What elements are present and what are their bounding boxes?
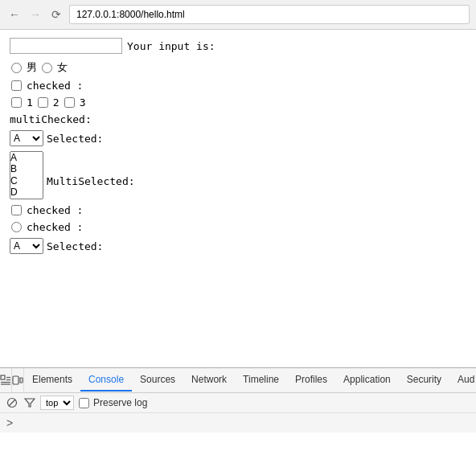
checked-label-1: checked :: [27, 80, 83, 92]
back-button[interactable]: ←: [6, 6, 23, 23]
browser-toolbar: ← → ⟳: [0, 0, 476, 29]
forward-button[interactable]: →: [27, 6, 43, 23]
tab-network[interactable]: Network: [183, 369, 235, 391]
tab-console[interactable]: Console: [80, 369, 132, 391]
devtools-panel: Elements Console Sources Network Timelin…: [0, 367, 476, 432]
radio-female[interactable]: [42, 63, 52, 73]
svg-rect-6: [20, 378, 23, 383]
browser-chrome: ← → ⟳: [0, 0, 476, 30]
checkbox-checked-row-1: checked :: [10, 80, 466, 92]
checkboxes-123-row: 1 2 3: [10, 96, 466, 109]
devtools-tabs-bar: Elements Console Sources Network Timelin…: [0, 368, 476, 393]
text-input[interactable]: [10, 38, 122, 54]
tab-timeline[interactable]: Timeline: [235, 369, 287, 391]
prompt-arrow-icon: >: [6, 416, 13, 429]
radio-female-label: 女: [57, 60, 68, 75]
checkbox-3-label: 3: [80, 96, 86, 109]
inspect-element-button[interactable]: [0, 368, 12, 392]
clear-console-button[interactable]: [5, 396, 19, 410]
refresh-button[interactable]: ⟳: [48, 6, 64, 23]
tab-security[interactable]: Security: [399, 369, 449, 391]
filter-button[interactable]: [23, 396, 37, 410]
tab-sources[interactable]: Sources: [132, 369, 183, 391]
radio-row: 男 女: [10, 60, 466, 75]
svg-marker-9: [25, 399, 35, 407]
checkbox-3[interactable]: [64, 97, 75, 108]
tab-application[interactable]: Application: [335, 369, 399, 391]
multichecked-label-row: multiChecked:: [10, 113, 466, 125]
svg-rect-5: [13, 376, 18, 384]
selected-label-2: Selected:: [47, 240, 103, 252]
multiselect-row: A B C D MultiSelected:: [10, 151, 466, 199]
text-input-row: Your input is:: [10, 38, 466, 54]
select-row-2: A B C D Selected:: [10, 238, 466, 254]
tab-elements[interactable]: Elements: [24, 369, 80, 391]
svg-rect-0: [1, 375, 5, 379]
select-row: A B C D Selected:: [10, 130, 466, 146]
radio-male-label: 男: [27, 60, 37, 75]
radio-male[interactable]: [11, 63, 22, 73]
page-content: Your input is: 男 女 checked : 1 2 3 multi…: [0, 30, 476, 367]
tab-profiles[interactable]: Profiles: [287, 369, 335, 391]
address-bar[interactable]: [69, 5, 470, 24]
checked-label-2: checked :: [27, 204, 83, 216]
radio-checked-row: checked :: [10, 221, 466, 233]
checkbox-checked-1[interactable]: [11, 80, 22, 91]
multichecked-label: multiChecked:: [10, 113, 92, 125]
preserve-log-checkbox[interactable]: [79, 398, 89, 408]
input-label: Your input is:: [127, 40, 215, 52]
checkbox-2[interactable]: [38, 97, 48, 108]
checkbox-1-label: 1: [27, 96, 33, 109]
select-dropdown[interactable]: A B C D: [10, 130, 43, 146]
tab-aud[interactable]: Aud: [449, 369, 476, 391]
checkbox-checked-2[interactable]: [11, 205, 22, 215]
checked-label-3: checked :: [27, 221, 83, 233]
execution-context-select[interactable]: top: [40, 396, 74, 410]
select-dropdown-2[interactable]: A B C D: [10, 238, 43, 254]
console-prompt: >: [0, 413, 476, 432]
multiselect-listbox[interactable]: A B C D: [10, 151, 43, 199]
checkbox-2-label: 2: [53, 96, 60, 109]
device-mode-button[interactable]: [12, 368, 24, 392]
checkbox-checked-row-2: checked :: [10, 204, 466, 216]
preserve-log-label[interactable]: Preserve log: [77, 397, 147, 408]
multiselected-label: MultiSelected:: [47, 175, 135, 187]
radio-checked[interactable]: [11, 222, 22, 232]
console-toolbar: top Preserve log: [0, 393, 476, 413]
select-label: Selected:: [47, 133, 103, 145]
svg-line-8: [9, 400, 15, 406]
checkbox-1[interactable]: [11, 97, 22, 108]
